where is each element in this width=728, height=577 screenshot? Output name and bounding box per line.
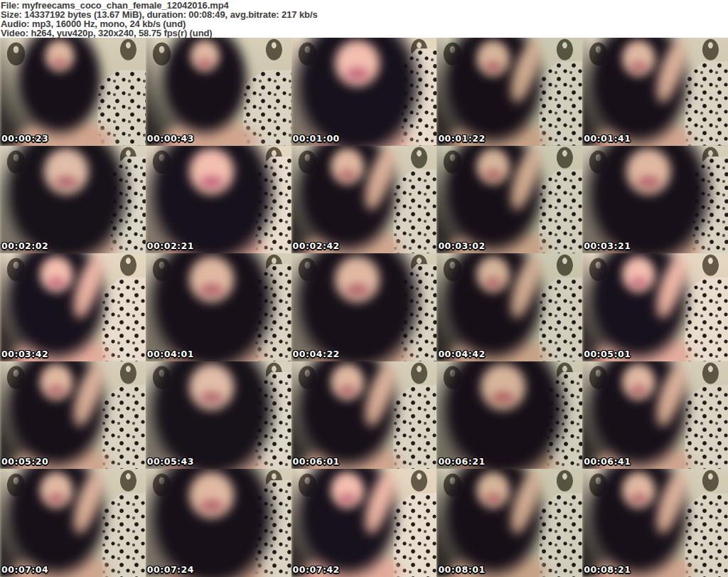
thumbnail-image [0,146,146,254]
file-info-header: File: myfreecams_coco_chan_female_120420… [0,0,728,38]
video-thumbnail: 00:04:01 [146,253,291,361]
timestamp-overlay: 00:05:20 [1,456,48,467]
video-thumbnail: 00:01:41 [582,38,728,146]
video-thumbnail: 00:07:04 [0,469,146,577]
person-figure [582,361,728,470]
timestamp-overlay: 00:07:24 [147,564,194,575]
person-figure [437,146,582,254]
thumbnail-image [291,361,437,470]
thumbnail-image [146,469,291,577]
video-thumbnail: 00:03:42 [0,253,146,361]
thumbnail-image [437,146,582,254]
video-thumbnail: 00:06:21 [437,361,582,470]
file-info-line-video: Video: h264, yuv420p, 320x240, 58.75 fps… [1,28,728,38]
timestamp-overlay: 00:03:02 [438,240,485,251]
thumbnail-image [582,253,728,361]
thumbnail-image [146,38,291,146]
thumbnail-image [146,361,291,470]
video-thumbnail: 00:08:21 [582,469,728,577]
video-thumbnail: 00:07:24 [146,469,291,577]
thumbnail-image [437,361,582,470]
video-contact-sheet: File: myfreecams_coco_chan_female_120420… [0,0,728,577]
thumbnail-image [0,469,146,577]
timestamp-overlay: 00:00:43 [147,133,194,144]
person-figure [291,38,437,146]
person-figure [146,146,291,254]
video-thumbnail: 00:02:02 [0,146,146,254]
video-thumbnail: 00:01:22 [437,38,582,146]
person-figure [0,253,146,361]
thumbnail-image [582,146,728,254]
timestamp-overlay: 00:01:41 [584,133,631,144]
thumbnail-image [0,253,146,361]
thumbnail-grid: 00:00:2300:00:4300:01:0000:01:2200:01:41… [0,38,728,577]
video-thumbnail: 00:00:43 [146,38,291,146]
thumbnail-image [437,253,582,361]
video-thumbnail: 00:02:42 [291,146,437,254]
person-figure [291,253,437,361]
video-thumbnail: 00:04:42 [437,253,582,361]
thumbnail-image [291,146,437,254]
person-figure [146,469,291,577]
timestamp-overlay: 00:02:42 [293,240,340,251]
timestamp-overlay: 00:08:01 [438,564,485,575]
timestamp-overlay: 00:02:21 [147,240,194,251]
thumbnail-image [0,361,146,470]
person-figure [437,38,582,146]
video-thumbnail: 00:05:20 [0,361,146,470]
person-figure [291,361,437,470]
person-figure [437,253,582,361]
timestamp-overlay: 00:03:42 [1,349,48,359]
video-thumbnail: 00:04:22 [291,253,437,361]
video-thumbnail: 00:07:42 [291,469,437,577]
person-figure [437,361,582,470]
thumbnail-image [291,469,437,577]
video-thumbnail: 00:06:41 [582,361,728,470]
timestamp-overlay: 00:03:21 [584,240,631,251]
thumbnail-image [146,146,291,254]
thumbnail-image [291,38,437,146]
video-thumbnail: 00:03:02 [437,146,582,254]
timestamp-overlay: 00:07:42 [293,564,340,575]
timestamp-overlay: 00:08:21 [584,564,631,575]
timestamp-overlay: 00:05:01 [584,349,631,359]
person-figure [291,469,437,577]
person-figure [0,38,146,146]
video-thumbnail: 00:02:21 [146,146,291,254]
thumbnail-image [582,469,728,577]
person-figure [437,469,582,577]
video-thumbnail: 00:05:01 [582,253,728,361]
timestamp-overlay: 00:06:21 [438,456,485,467]
thumbnail-image [582,361,728,470]
person-figure [582,253,728,361]
timestamp-overlay: 00:06:41 [584,456,631,467]
thumbnail-image [146,253,291,361]
video-thumbnail: 00:00:23 [0,38,146,146]
person-figure [0,469,146,577]
person-figure [582,469,728,577]
thumbnail-image [437,469,582,577]
timestamp-overlay: 00:07:04 [1,564,48,575]
person-figure [291,146,437,254]
person-figure [582,38,728,146]
timestamp-overlay: 00:01:22 [438,133,485,144]
thumbnail-image [0,38,146,146]
thumbnail-image [582,38,728,146]
video-thumbnail: 00:06:01 [291,361,437,470]
video-thumbnail: 00:01:00 [291,38,437,146]
timestamp-overlay: 00:04:42 [438,349,485,359]
timestamp-overlay: 00:02:02 [1,240,48,251]
timestamp-overlay: 00:04:22 [293,349,340,359]
timestamp-overlay: 00:00:23 [1,133,48,144]
person-figure [146,253,291,361]
person-figure [146,38,291,146]
video-thumbnail: 00:05:43 [146,361,291,470]
timestamp-overlay: 00:05:43 [147,456,194,467]
timestamp-overlay: 00:04:01 [147,349,194,359]
video-thumbnail: 00:03:21 [582,146,728,254]
person-figure [0,361,146,470]
thumbnail-image [437,38,582,146]
person-figure [146,361,291,470]
timestamp-overlay: 00:01:00 [293,133,340,144]
timestamp-overlay: 00:06:01 [293,456,340,467]
